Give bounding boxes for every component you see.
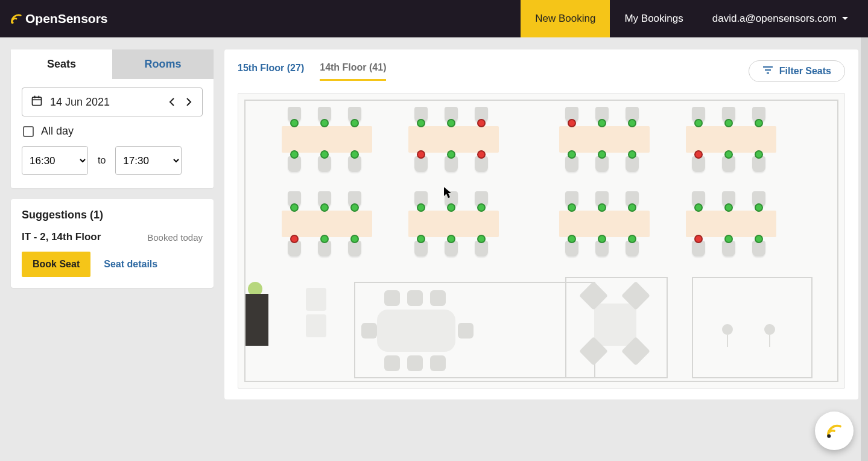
to-label: to bbox=[98, 155, 106, 166]
seat-available[interactable] bbox=[417, 235, 425, 243]
suggestion-name: IT - 2, 14th Floor bbox=[22, 231, 101, 243]
date-picker[interactable]: 14 Jun 2021 bbox=[22, 87, 203, 116]
suggestions-title: Suggestions (1) bbox=[22, 209, 203, 221]
user-email: david.a@opensensors.com bbox=[712, 13, 837, 25]
seat-occupied[interactable] bbox=[477, 119, 486, 127]
seat-occupied[interactable] bbox=[477, 150, 486, 159]
floor-tabs: 15th Floor (27) 14th Floor (41) Filter S… bbox=[238, 60, 845, 82]
seat-available[interactable] bbox=[694, 119, 703, 127]
app-header: OpenSensors New Booking My Bookings davi… bbox=[0, 0, 868, 37]
brand-name: OpenSensors bbox=[25, 11, 108, 26]
filters-card: Seats Rooms 14 Jun 2021 All day bbox=[11, 49, 214, 188]
floorplan[interactable] bbox=[238, 93, 845, 389]
seat-available[interactable] bbox=[755, 203, 763, 212]
checkbox-icon bbox=[23, 126, 34, 137]
seat-available[interactable] bbox=[447, 203, 455, 212]
seat-available[interactable] bbox=[350, 150, 359, 159]
seat-available[interactable] bbox=[755, 150, 763, 159]
floor-tab-15[interactable]: 15th Floor (27) bbox=[238, 63, 304, 80]
seat-available[interactable] bbox=[417, 203, 425, 212]
scrollbar[interactable] bbox=[861, 37, 868, 461]
book-seat-button[interactable]: Book Seat bbox=[22, 252, 90, 277]
seat-available[interactable] bbox=[320, 119, 329, 127]
all-day-label: All day bbox=[41, 125, 74, 138]
seat-available[interactable] bbox=[568, 150, 576, 159]
suggestion-note: Booked today bbox=[147, 232, 203, 243]
seat-available[interactable] bbox=[447, 150, 455, 159]
seat-available[interactable] bbox=[477, 203, 486, 212]
calendar-icon bbox=[31, 95, 43, 110]
seat-available[interactable] bbox=[568, 203, 576, 212]
svg-point-0 bbox=[11, 21, 14, 24]
date-prev[interactable] bbox=[165, 95, 179, 109]
seat-available[interactable] bbox=[320, 150, 329, 159]
seat-available[interactable] bbox=[568, 235, 576, 243]
seat-available[interactable] bbox=[755, 235, 763, 243]
desk bbox=[559, 126, 650, 153]
seat-available[interactable] bbox=[350, 235, 359, 243]
seat-available[interactable] bbox=[477, 235, 486, 243]
seat-available[interactable] bbox=[724, 119, 733, 127]
seat-available[interactable] bbox=[447, 119, 455, 127]
filter-seats-button[interactable]: Filter Seats bbox=[749, 60, 845, 82]
filter-seats-label: Filter Seats bbox=[779, 66, 831, 77]
seat-available[interactable] bbox=[628, 150, 636, 159]
seat-available[interactable] bbox=[320, 235, 329, 243]
sidebar-tabs: Seats Rooms bbox=[11, 49, 214, 79]
tab-seats[interactable]: Seats bbox=[11, 49, 112, 79]
seat-available[interactable] bbox=[447, 235, 455, 243]
seat-available[interactable] bbox=[694, 203, 703, 212]
seat-available[interactable] bbox=[598, 119, 606, 127]
user-menu[interactable]: david.a@opensensors.com bbox=[698, 0, 868, 37]
seat-available[interactable] bbox=[598, 150, 606, 159]
desk bbox=[408, 126, 499, 153]
tab-rooms[interactable]: Rooms bbox=[112, 49, 214, 79]
nav-my-bookings-label: My Bookings bbox=[624, 13, 683, 25]
seat-available[interactable] bbox=[628, 119, 636, 127]
svg-point-8 bbox=[827, 434, 831, 438]
cursor-icon bbox=[443, 186, 452, 199]
seat-available[interactable] bbox=[417, 119, 425, 127]
meeting-table bbox=[377, 310, 455, 352]
chevron-down-icon bbox=[841, 15, 849, 22]
seat-available[interactable] bbox=[724, 235, 733, 243]
svg-rect-1 bbox=[33, 97, 42, 105]
nav-my-bookings[interactable]: My Bookings bbox=[610, 0, 697, 37]
seat-available[interactable] bbox=[350, 203, 359, 212]
logo-icon bbox=[10, 12, 23, 25]
seat-available[interactable] bbox=[290, 119, 299, 127]
all-day-checkbox[interactable]: All day bbox=[22, 125, 203, 138]
seat-available[interactable] bbox=[628, 235, 636, 243]
seat-occupied[interactable] bbox=[290, 235, 299, 243]
seat-occupied[interactable] bbox=[568, 119, 576, 127]
seat-available[interactable] bbox=[724, 203, 733, 212]
seat-details-link[interactable]: Seat details bbox=[104, 259, 157, 270]
time-from-select[interactable]: 16:30 bbox=[22, 146, 88, 175]
floorplan-canvas bbox=[244, 100, 838, 382]
nav-new-booking[interactable]: New Booking bbox=[521, 0, 610, 37]
seat-available[interactable] bbox=[350, 119, 359, 127]
seat-available[interactable] bbox=[598, 235, 606, 243]
seat-available[interactable] bbox=[320, 203, 329, 212]
seat-available[interactable] bbox=[598, 203, 606, 212]
desk bbox=[282, 126, 372, 153]
desk bbox=[686, 211, 776, 237]
seat-available[interactable] bbox=[628, 203, 636, 212]
seat-occupied[interactable] bbox=[417, 150, 425, 159]
date-value: 14 Jun 2021 bbox=[50, 96, 110, 109]
seat-available[interactable] bbox=[290, 150, 299, 159]
desk bbox=[686, 126, 776, 153]
seat-occupied[interactable] bbox=[694, 150, 703, 159]
seat-available[interactable] bbox=[724, 150, 733, 159]
desk bbox=[282, 211, 372, 237]
seat-available[interactable] bbox=[290, 203, 299, 212]
bookcase bbox=[246, 294, 268, 346]
date-next[interactable] bbox=[182, 95, 196, 109]
help-chat-button[interactable] bbox=[815, 412, 854, 450]
seat-occupied[interactable] bbox=[694, 235, 703, 243]
seat-available[interactable] bbox=[755, 119, 763, 127]
time-to-select[interactable]: 17:30 bbox=[115, 146, 182, 175]
floor-tab-14[interactable]: 14th Floor (41) bbox=[320, 62, 386, 81]
suggestions-card: Suggestions (1) IT - 2, 14th Floor Booke… bbox=[11, 199, 214, 288]
desk bbox=[559, 211, 650, 237]
